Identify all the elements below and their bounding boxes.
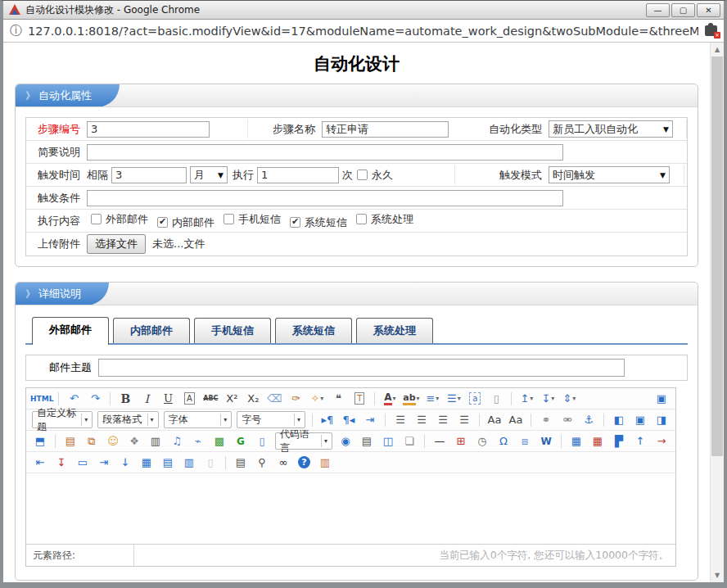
sms-checkbox[interactable] [224, 214, 234, 224]
subject-input[interactable] [98, 359, 625, 377]
page-icon[interactable]: ▯ [252, 432, 272, 450]
auto-type-select[interactable]: 新员工入职自动化▼ [549, 120, 673, 138]
tab-sms[interactable]: 手机短信 [194, 318, 271, 343]
image-align-top-icon[interactable]: ⬒ [30, 432, 50, 450]
delete-col-icon[interactable]: ↧ [52, 454, 71, 471]
emoticon-icon[interactable]: ☺ [103, 432, 123, 450]
insert-code-icon[interactable]: ◉ [336, 432, 355, 450]
paragraph-format-select[interactable]: 段落格式▾ [97, 411, 158, 428]
strikethrough-icon[interactable]: ABC [201, 390, 220, 407]
brief-input[interactable] [87, 144, 563, 161]
vertical-scrollbar[interactable]: ▲ ▼ [710, 43, 724, 582]
screenshot-icon[interactable]: ❏ [400, 432, 419, 450]
delete-table-icon[interactable]: ▦ [588, 432, 607, 450]
delete-row-icon[interactable]: → [652, 432, 671, 450]
table-prop-icon[interactable]: ▛ [609, 432, 629, 450]
disabled-page-icon[interactable]: ▯ [201, 454, 220, 471]
line-height-icon[interactable]: ⇕▾ [559, 390, 579, 407]
insert-time-icon[interactable]: ◷ [472, 432, 492, 450]
redo-icon[interactable]: ↷ [85, 390, 105, 407]
font-family-select[interactable]: 字体▾ [164, 411, 233, 428]
image-align-center-icon[interactable]: ▣ [630, 411, 650, 428]
fullscreen-icon[interactable]: ▣ [652, 390, 671, 407]
external-mail-checkbox[interactable] [91, 214, 102, 224]
forever-checkbox[interactable] [357, 170, 368, 180]
uppercase-icon[interactable]: Aa [485, 411, 504, 428]
scrollbar-thumb[interactable] [711, 57, 723, 456]
ltr-icon[interactable]: ▸¶ [318, 411, 337, 428]
print-icon[interactable]: ▤ [231, 454, 251, 471]
superscript-icon[interactable]: X² [222, 390, 242, 407]
choose-file-button[interactable]: 选择文件 [87, 234, 146, 254]
align-right-icon[interactable]: ☰ [433, 411, 453, 428]
bold-icon[interactable]: B [115, 390, 135, 407]
link-icon[interactable]: ⚭ [536, 411, 556, 428]
capture-icon[interactable]: ⧈ [515, 432, 535, 450]
step-name-input[interactable] [322, 121, 449, 138]
internal-mail-checkbox[interactable] [157, 217, 168, 228]
music-icon[interactable]: ♫ [167, 432, 187, 450]
insert-row-below-icon[interactable]: ↓ [115, 454, 135, 471]
html-source-icon[interactable]: HTML [30, 390, 53, 407]
subscript-icon[interactable]: X₂ [243, 390, 263, 407]
system-message-checkbox[interactable] [290, 217, 300, 228]
minimize-button[interactable]: — [646, 3, 670, 17]
help-icon[interactable]: ? [298, 456, 310, 468]
word-import-icon[interactable]: W [536, 432, 556, 450]
split-cols-icon[interactable]: ▥ [179, 454, 199, 471]
paint-icon[interactable]: ❖ [124, 432, 144, 450]
unlink-icon[interactable]: ⚮ [558, 411, 577, 428]
blockquote-icon[interactable]: ❝ [328, 390, 348, 407]
insert-date-icon[interactable]: ⊞ [451, 432, 471, 450]
paste-plain-icon[interactable]: T [350, 390, 369, 407]
tab-system-process[interactable]: 系统处理 [356, 318, 433, 343]
highlight-color-icon[interactable]: ab▾ [401, 390, 421, 407]
address-bar[interactable]: ⓘ 127.0.0.1:8018/?act=basic.modifyView&i… [3, 20, 724, 43]
system-process-checkbox[interactable] [356, 214, 367, 224]
autoformat-icon[interactable]: ✧▾ [307, 390, 327, 407]
ordered-list-icon[interactable]: ≡▾ [422, 390, 442, 407]
align-center-icon[interactable]: ☰ [412, 411, 431, 428]
editor-content-area[interactable] [26, 473, 675, 544]
new-page-icon[interactable]: ▯ [486, 390, 506, 407]
paragraph-bottom-icon[interactable]: ↧▾ [538, 390, 558, 407]
map-icon[interactable]: ▩ [210, 432, 229, 450]
indent-icon[interactable]: ⇥ [360, 411, 380, 428]
trigger-mode-select[interactable]: 时间触发▼ [549, 166, 670, 183]
site-info-icon[interactable]: ⓘ [10, 23, 22, 38]
multi-image-icon[interactable]: ⧉ [82, 432, 102, 450]
lowercase-icon[interactable]: Aa [506, 411, 526, 428]
preview-icon[interactable]: ⚲ [252, 454, 272, 471]
tab-internal-mail[interactable]: 内部邮件 [113, 318, 190, 343]
step-no-input[interactable] [87, 121, 210, 138]
unordered-list-icon[interactable]: ☰▾ [444, 390, 463, 407]
insert-col-left-icon[interactable]: ⇤ [30, 454, 50, 471]
image-align-right-icon[interactable]: ◨ [652, 411, 671, 428]
find-icon[interactable]: ∞ [273, 454, 293, 471]
font-style-icon[interactable]: A [179, 390, 199, 407]
google-map-icon[interactable]: G [231, 432, 251, 450]
format-brush-icon[interactable]: ✑ [286, 390, 305, 407]
split-rows-icon[interactable]: ▤ [158, 454, 178, 471]
video-icon[interactable]: ▥ [146, 432, 165, 450]
insert-image-icon[interactable]: ▤ [61, 432, 80, 450]
two-column-icon[interactable]: ◫ [378, 432, 398, 450]
plugin-blocked-icon[interactable]: × [705, 25, 717, 36]
font-size-select[interactable]: 字号▾ [237, 411, 305, 428]
anchor-text-icon[interactable]: a [465, 390, 485, 407]
quick-print-icon[interactable]: ▤ [357, 432, 377, 450]
italic-icon[interactable]: I [137, 390, 156, 407]
insert-row-above-icon[interactable]: ↑ [630, 432, 650, 450]
code-language-select[interactable]: 代码语言▾ [275, 432, 332, 450]
merge-cells-icon[interactable]: ▦ [137, 454, 156, 471]
undo-icon[interactable]: ↶ [64, 390, 84, 407]
insert-table-icon[interactable]: ▦ [567, 432, 586, 450]
align-justify-icon[interactable]: ☰ [454, 411, 474, 428]
cell-prop-icon[interactable]: ▭ [73, 454, 93, 471]
hr-icon[interactable]: — [430, 432, 449, 450]
custom-title-select[interactable]: 自定义标题▾ [32, 411, 93, 428]
align-left-icon[interactable]: ☰ [391, 411, 410, 428]
insert-col-right-icon[interactable]: ⇥ [94, 454, 114, 471]
font-color-icon[interactable]: A▾ [380, 390, 400, 407]
special-char-icon[interactable]: Ω [494, 432, 513, 450]
